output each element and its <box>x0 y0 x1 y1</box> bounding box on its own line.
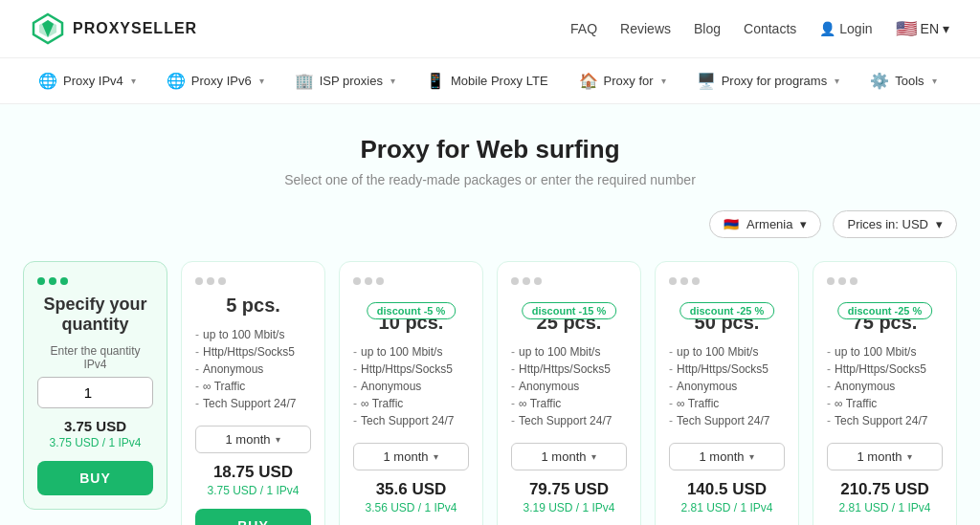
main-content: Proxy for Web surfing Select one of the … <box>0 104 980 525</box>
dot <box>534 277 542 285</box>
dot <box>850 277 858 285</box>
feature-item: ∞ Traffic <box>195 378 311 395</box>
feature-item: Tech Support 24/7 <box>827 412 943 429</box>
feature-item: Http/Https/Socks5 <box>669 361 785 378</box>
card-50pcs: discount -25 % 50 pcs. up to 100 Mbit/s … <box>655 261 799 525</box>
card-custom: Specify your quantity Enter the quantity… <box>23 261 167 510</box>
card-dots <box>669 277 785 285</box>
card-price-sub: 3.75 USD / 1 IPv4 <box>195 484 311 497</box>
card-dots <box>353 277 469 285</box>
feature-item: up to 100 Mbit/s <box>827 343 943 361</box>
page-subtitle: Select one of the ready-made packages or… <box>23 172 957 187</box>
topnav-item-ipv6[interactable]: 🌐 Proxy IPv6 ▾ <box>151 58 279 103</box>
card-dots <box>827 277 943 285</box>
feature-item: ∞ Traffic <box>827 395 943 412</box>
feature-item: Anonymous <box>669 378 785 395</box>
main-nav: FAQ Reviews Blog Contacts 👤 Login 🇺🇸 EN … <box>570 18 949 39</box>
topnav-item-proxy-for[interactable]: 🏠 Proxy for ▾ <box>564 58 681 103</box>
top-nav: 🌐 Proxy IPv4 ▾ 🌐 Proxy IPv6 ▾ 🏢 ISP prox… <box>0 58 980 104</box>
duration-selector[interactable]: 1 month ▾ <box>669 443 785 470</box>
card-dots <box>195 277 311 285</box>
buy-button-5pcs[interactable]: BUY <box>195 509 311 525</box>
dot <box>680 277 688 285</box>
nav-reviews[interactable]: Reviews <box>620 21 671 36</box>
chevron-down-icon: ▾ <box>131 76 136 86</box>
mobile-icon: 📱 <box>426 72 445 90</box>
page-title: Proxy for Web surfing <box>23 135 957 164</box>
quantity-input[interactable] <box>37 377 153 408</box>
feature-item: Http/Https/Socks5 <box>195 343 311 361</box>
chevron-down-icon: ▾ <box>591 451 596 462</box>
card-title: 5 pcs. <box>195 295 311 317</box>
dot <box>207 277 214 285</box>
feature-item: ∞ Traffic <box>669 395 785 412</box>
card-price-sub: 2.81 USD / 1 IPv4 <box>669 501 785 514</box>
feature-item: up to 100 Mbit/s <box>669 343 785 361</box>
feature-item: ∞ Traffic <box>353 395 469 412</box>
card-features: up to 100 Mbit/s Http/Https/Socks5 Anony… <box>511 343 627 429</box>
monitor-icon: 🖥️ <box>697 72 716 90</box>
discount-badge: discount -25 % <box>679 302 775 319</box>
dot <box>49 277 56 285</box>
building-icon: 🏢 <box>295 72 314 90</box>
chevron-down-icon: ▾ <box>943 21 949 36</box>
dot <box>37 277 45 285</box>
duration-selector[interactable]: 1 month ▾ <box>511 443 627 470</box>
card-dots <box>37 277 153 285</box>
card-price: 79.75 USD <box>511 480 627 499</box>
language-selector[interactable]: 🇺🇸 EN ▾ <box>896 18 949 39</box>
country-selector[interactable]: 🇦🇲 Armenia ▾ <box>709 210 821 238</box>
chevron-down-icon: ▾ <box>749 451 754 462</box>
pricing-cards: Specify your quantity Enter the quantity… <box>23 261 957 525</box>
dot <box>218 277 226 285</box>
dot <box>523 277 530 285</box>
duration-selector[interactable]: 1 month ▾ <box>353 443 469 470</box>
card-dots <box>511 277 627 285</box>
nav-faq[interactable]: FAQ <box>570 21 597 36</box>
chevron-down-icon: ▾ <box>936 217 943 231</box>
feature-item: Anonymous <box>195 361 311 378</box>
card-price: 3.75 USD <box>37 418 153 434</box>
chevron-down-icon: ▾ <box>434 451 438 462</box>
feature-item: Http/Https/Socks5 <box>353 361 469 378</box>
card-features: up to 100 Mbit/s Http/Https/Socks5 Anony… <box>669 343 785 429</box>
login-button[interactable]: 👤 Login <box>819 21 872 36</box>
logo[interactable]: PROXYSELLER <box>31 11 197 46</box>
topnav-item-proxy-programs[interactable]: 🖥️ Proxy for programs ▾ <box>681 58 856 103</box>
feature-item: Tech Support 24/7 <box>195 395 311 412</box>
chevron-down-icon: ▾ <box>259 76 264 86</box>
topnav-item-isp[interactable]: 🏢 ISP proxies ▾ <box>279 58 411 103</box>
feature-item: up to 100 Mbit/s <box>353 343 469 361</box>
discount-badge: discount -25 % <box>837 302 933 319</box>
card-25pcs: discount -15 % 25 pcs. up to 100 Mbit/s … <box>497 261 641 525</box>
card-input-label: Enter the quantity IPv4 <box>37 344 153 371</box>
feature-item: Http/Https/Socks5 <box>827 361 943 378</box>
dot <box>353 277 361 285</box>
flag-icon: 🇺🇸 <box>896 18 917 39</box>
card-price-sub: 3.56 USD / 1 IPv4 <box>353 501 469 514</box>
nav-blog[interactable]: Blog <box>694 21 721 36</box>
chevron-down-icon: ▾ <box>276 434 280 445</box>
dot <box>376 277 384 285</box>
buy-button-custom[interactable]: BUY <box>37 461 153 495</box>
dot <box>692 277 700 285</box>
card-price: 210.75 USD <box>827 480 943 499</box>
topnav-item-ipv4[interactable]: 🌐 Proxy IPv4 ▾ <box>23 58 151 103</box>
card-75pcs: discount -25 % 75 pcs. up to 100 Mbit/s … <box>813 261 957 525</box>
topnav-item-mobile[interactable]: 📱 Mobile Proxy LTE <box>411 58 564 103</box>
dot <box>195 277 203 285</box>
person-icon: 👤 <box>819 21 835 36</box>
duration-selector[interactable]: 1 month ▾ <box>195 426 311 453</box>
currency-selector[interactable]: Prices in: USD ▾ <box>833 210 957 238</box>
card-price-sub: 3.19 USD / 1 IPv4 <box>511 501 627 514</box>
dot <box>60 277 68 285</box>
card-5pcs: 5 pcs. up to 100 Mbit/s Http/Https/Socks… <box>181 261 325 525</box>
card-price: 18.75 USD <box>195 463 311 482</box>
feature-item: up to 100 Mbit/s <box>195 326 311 343</box>
nav-contacts[interactable]: Contacts <box>744 21 796 36</box>
chevron-down-icon: ▾ <box>390 76 395 86</box>
duration-selector[interactable]: 1 month ▾ <box>827 443 943 470</box>
tools-icon: ⚙️ <box>870 72 889 90</box>
card-10pcs: discount -5 % 10 pcs. up to 100 Mbit/s H… <box>339 261 483 525</box>
topnav-item-tools[interactable]: ⚙️ Tools ▾ <box>855 58 951 103</box>
